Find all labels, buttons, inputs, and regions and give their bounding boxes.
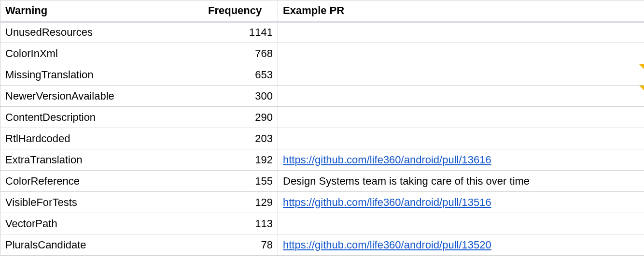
cell-example-pr[interactable]	[278, 213, 644, 234]
header-example-pr[interactable]: Example PR	[278, 0, 644, 22]
table-row: ExtraTranslation192https://github.com/li…	[0, 149, 644, 171]
table-row: ColorReference155Design Systems team is …	[0, 171, 644, 192]
cell-example-pr[interactable]: https://github.com/life360/android/pull/…	[278, 192, 644, 213]
table-row: ContentDescription290	[0, 107, 644, 128]
cell-warning-value: VectorPath	[5, 218, 57, 230]
note-indicator-icon[interactable]	[639, 86, 644, 90]
cell-frequency-value: 768	[255, 47, 273, 59]
cell-example-pr[interactable]	[278, 86, 644, 107]
cell-example-pr[interactable]: https://github.com/life360/android/pull/…	[278, 234, 644, 256]
cell-frequency-value: 129	[255, 196, 273, 208]
header-warning-label: Warning	[5, 4, 47, 16]
cell-warning-value: UnusedResources	[5, 26, 93, 38]
cell-warning-value: ExtraTranslation	[5, 154, 82, 166]
cell-example-pr[interactable]	[278, 107, 644, 128]
cell-warning-value: ColorInXml	[5, 47, 58, 59]
table-row: ColorInXml768	[0, 43, 644, 64]
cell-frequency[interactable]: 129	[203, 192, 278, 213]
cell-frequency[interactable]: 300	[203, 86, 278, 107]
example-pr-link[interactable]: https://github.com/life360/android/pull/…	[283, 239, 491, 251]
cell-warning[interactable]: NewerVersionAvailable	[0, 86, 203, 107]
header-frequency-label: Frequency	[208, 4, 262, 16]
cell-warning[interactable]: PluralsCandidate	[0, 234, 203, 256]
cell-frequency-value: 290	[255, 111, 273, 123]
cell-frequency-value: 203	[255, 132, 273, 145]
cell-frequency-value: 653	[255, 69, 273, 81]
cell-example-pr[interactable]	[278, 128, 644, 149]
cell-warning-value: NewerVersionAvailable	[5, 90, 114, 102]
cell-warning[interactable]: ColorReference	[0, 171, 203, 192]
header-warning[interactable]: Warning	[0, 0, 203, 22]
cell-warning-value: RtlHardcoded	[5, 132, 70, 145]
cell-example-pr[interactable]	[278, 64, 644, 86]
cell-frequency-value: 155	[255, 175, 273, 187]
cell-frequency-value: 300	[255, 90, 273, 102]
cell-warning[interactable]: ColorInXml	[0, 43, 203, 64]
header-example-pr-label: Example PR	[283, 4, 344, 16]
cell-frequency[interactable]: 113	[203, 213, 278, 234]
cell-frequency-value: 113	[255, 218, 273, 230]
cell-warning[interactable]: VectorPath	[0, 213, 203, 234]
table-row: UnusedResources1141	[0, 22, 644, 43]
table-row: RtlHardcoded203	[0, 128, 644, 149]
cell-warning[interactable]: VisibleForTests	[0, 192, 203, 213]
table-row: VectorPath113	[0, 213, 644, 234]
table-row: VisibleForTests129https://github.com/lif…	[0, 192, 644, 213]
cell-example-pr[interactable]	[278, 22, 644, 43]
cell-warning[interactable]: MissingTranslation	[0, 64, 203, 86]
cell-example-pr[interactable]: https://github.com/life360/android/pull/…	[278, 149, 644, 171]
cell-frequency[interactable]: 653	[203, 64, 278, 86]
cell-warning-value: VisibleForTests	[5, 196, 77, 208]
header-row: Warning Frequency Example PR	[0, 0, 644, 22]
cell-warning[interactable]: RtlHardcoded	[0, 128, 203, 149]
cell-frequency-value: 192	[255, 154, 273, 166]
cell-warning[interactable]: ContentDescription	[0, 107, 203, 128]
table-row: NewerVersionAvailable300	[0, 86, 644, 107]
note-indicator-icon[interactable]	[639, 64, 644, 69]
table-row: PluralsCandidate78https://github.com/lif…	[0, 234, 644, 256]
cell-frequency[interactable]: 192	[203, 149, 278, 171]
cell-warning-value: PluralsCandidate	[5, 239, 86, 251]
cell-frequency[interactable]: 78	[203, 234, 278, 256]
example-pr-link[interactable]: https://github.com/life360/android/pull/…	[283, 154, 491, 166]
cell-frequency-value: 78	[261, 239, 273, 251]
cell-frequency[interactable]: 290	[203, 107, 278, 128]
cell-warning[interactable]: ExtraTranslation	[0, 149, 203, 171]
cell-warning-value: ColorReference	[5, 175, 80, 187]
cell-warning[interactable]: UnusedResources	[0, 22, 203, 43]
warnings-table: Warning Frequency Example PR UnusedResou…	[0, 0, 644, 256]
cell-frequency[interactable]: 155	[203, 171, 278, 192]
cell-warning-value: MissingTranslation	[5, 69, 94, 81]
cell-frequency[interactable]: 768	[203, 43, 278, 64]
cell-frequency[interactable]: 1141	[203, 22, 278, 43]
example-pr-link[interactable]: https://github.com/life360/android/pull/…	[283, 196, 491, 209]
cell-frequency-value: 1141	[249, 26, 273, 38]
cell-warning-value: ContentDescription	[5, 111, 96, 123]
cell-example-pr[interactable]: Design Systems team is taking care of th…	[278, 171, 644, 192]
header-frequency[interactable]: Frequency	[203, 0, 278, 22]
cell-example-pr[interactable]	[278, 43, 644, 64]
example-pr-text: Design Systems team is taking care of th…	[283, 175, 530, 188]
table-row: MissingTranslation653	[0, 64, 644, 86]
cell-frequency[interactable]: 203	[203, 128, 278, 149]
